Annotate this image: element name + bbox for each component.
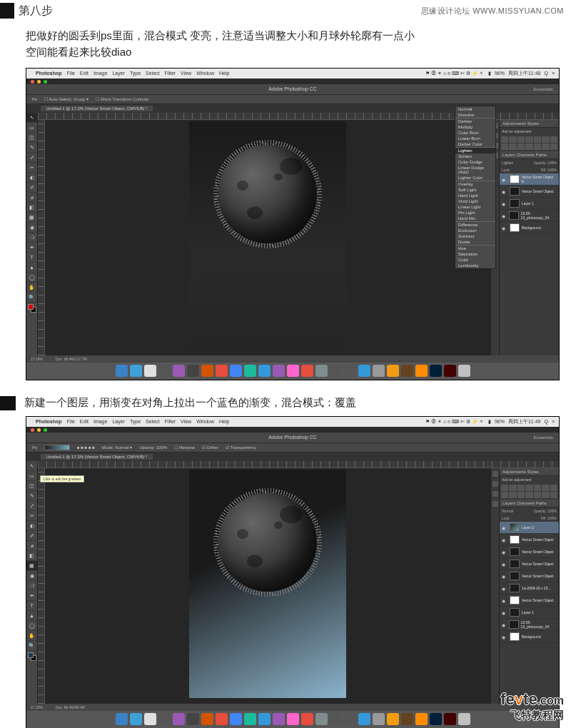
blend-mode-option[interactable]: Hard Mix: [455, 216, 495, 221]
status-icon[interactable]: ⚑ ⦿ ✶ ⌂ ⎋ ⌨ ✄ ⚙ ⚡ ᯤ: [425, 71, 485, 76]
blend-mode-option[interactable]: Subtract: [455, 233, 495, 239]
blend-mode-dropdown[interactable]: NormalDissolveDarkenMultiplyColor BurnLi…: [455, 106, 496, 269]
canvas[interactable]: [45, 468, 490, 704]
eyedropper-tool[interactable]: ✂: [26, 163, 37, 173]
dock-app-icon[interactable]: [315, 713, 328, 725]
zoom-tool[interactable]: 🔍: [26, 293, 37, 303]
blend-mode-option[interactable]: Color Burn: [455, 130, 495, 136]
dock-app-icon[interactable]: [244, 713, 256, 725]
dock-app-icon[interactable]: [173, 365, 185, 377]
ps-logo-icon[interactable]: Ps: [32, 445, 37, 450]
layers-tab[interactable]: Layers Channels Paths: [500, 151, 559, 159]
visibility-icon[interactable]: ◉: [502, 537, 507, 542]
dock-app-icon[interactable]: [315, 365, 328, 377]
dock-app-icon[interactable]: [244, 365, 256, 377]
visibility-icon[interactable]: ◉: [502, 598, 507, 602]
blend-mode-option[interactable]: Darker Color: [455, 141, 495, 147]
blend-mode-option[interactable]: Lighten: [455, 148, 495, 153]
layer-row[interactable]: ◉Background: [500, 631, 559, 643]
dock-app-icon[interactable]: [458, 365, 470, 377]
eraser-tool[interactable]: ◧: [26, 203, 37, 213]
visibility-icon[interactable]: ◉: [502, 635, 507, 639]
menu-type[interactable]: Type: [130, 71, 141, 76]
type-tool[interactable]: T: [26, 253, 37, 263]
dock-app-icon[interactable]: [330, 365, 342, 377]
layer-row[interactable]: ◉Layer 1: [500, 607, 559, 619]
menu-icon[interactable]: ≡: [552, 71, 555, 76]
dock-app-icon[interactable]: [373, 365, 385, 377]
blend-mode-option[interactable]: Linear Dodge (Add): [455, 165, 495, 175]
visibility-icon[interactable]: ◉: [502, 226, 507, 230]
layer-row[interactable]: ◉Vector Smart Object fx: [500, 173, 559, 186]
dock-app-icon[interactable]: [330, 713, 342, 725]
gradient-tool[interactable]: ▦: [26, 213, 37, 223]
dock-app-icon[interactable]: [358, 713, 370, 725]
dock-app-icon[interactable]: [287, 365, 299, 377]
visibility-icon[interactable]: ◉: [502, 189, 507, 193]
dock-app-icon[interactable]: [444, 365, 456, 377]
dock-app-icon[interactable]: [130, 365, 142, 377]
menu-view[interactable]: View: [181, 71, 191, 76]
dock-app-icon[interactable]: [201, 365, 213, 377]
blend-mode-option[interactable]: Exclusion: [455, 228, 495, 233]
dock-app-icon[interactable]: [373, 713, 385, 725]
blend-mode-option[interactable]: Saturation: [455, 251, 495, 257]
visibility-icon[interactable]: ◉: [502, 213, 507, 218]
blend-mode-option[interactable]: Dissolve: [455, 112, 495, 118]
blend-mode-option[interactable]: Vivid Light: [455, 198, 495, 204]
adjustments-grid[interactable]: [500, 135, 559, 151]
dock-app-icon[interactable]: [401, 713, 413, 725]
blend-mode-option[interactable]: Linear Light: [455, 204, 495, 210]
workspace-switcher[interactable]: Essentials: [534, 84, 553, 94]
layer-row[interactable]: ◉Layer 1: [500, 198, 559, 210]
dock-app-icon[interactable]: [116, 713, 128, 725]
dock-app-icon[interactable]: [187, 713, 199, 725]
dock-app-icon[interactable]: [444, 713, 456, 725]
layer-row[interactable]: ◉1a-2009-20 x 25...: [500, 582, 559, 595]
blend-mode-option[interactable]: Lighter Color: [455, 175, 495, 181]
blend-mode-option[interactable]: Divide: [455, 239, 495, 245]
dock-app-icon[interactable]: [258, 365, 271, 377]
shape-tool[interactable]: ◯: [26, 273, 37, 283]
brush-tool[interactable]: ✐: [26, 183, 37, 193]
gradient-tool[interactable]: ▦: [26, 561, 37, 571]
spotlight-icon[interactable]: Q: [544, 71, 547, 76]
menu-filter[interactable]: Filter: [165, 71, 176, 76]
dock-app-icon[interactable]: [401, 365, 413, 377]
layer-row[interactable]: ◉13-05-13_photocopy_04: [500, 619, 559, 631]
layer-row[interactable]: ◉Vector Smart Object: [500, 534, 559, 546]
blend-mode-option[interactable]: Linear Burn: [455, 136, 495, 141]
color-swatches[interactable]: [28, 304, 36, 313]
marquee-tool[interactable]: ▭: [26, 123, 37, 133]
layer-row[interactable]: ◉Vector Smart Object: [500, 186, 559, 198]
dock-app-icon[interactable]: [273, 365, 285, 377]
menu-photoshop[interactable]: Photoshop: [36, 71, 62, 76]
layer-row[interactable]: ◉Background: [500, 222, 559, 234]
close-button[interactable]: [31, 80, 34, 84]
heal-tool[interactable]: ◐: [26, 173, 37, 183]
lasso-tool[interactable]: ◫: [26, 133, 37, 143]
blend-mode-option[interactable]: Soft Light: [455, 187, 495, 193]
wand-tool[interactable]: ✎: [26, 143, 37, 153]
dock-app-icon[interactable]: [301, 365, 313, 377]
dock-app-icon[interactable]: [387, 713, 399, 725]
gradient-preview[interactable]: [44, 445, 70, 450]
blend-mode-option[interactable]: Hard Light: [455, 193, 495, 198]
layer-row[interactable]: ◉Vector Smart Object: [500, 546, 559, 558]
menu-file[interactable]: File: [67, 71, 75, 76]
dock-app-icon[interactable]: [201, 713, 213, 725]
blend-mode-option[interactable]: Pin Light: [455, 210, 495, 216]
dock-app-icon[interactable]: [258, 713, 271, 725]
dock-app-icon[interactable]: [415, 713, 428, 725]
blend-mode-option[interactable]: Screen: [455, 153, 495, 159]
blend-mode-option[interactable]: Normal: [455, 106, 495, 112]
menu-select[interactable]: Select: [146, 71, 159, 76]
minimize-button[interactable]: [37, 80, 41, 84]
canvas[interactable]: [45, 120, 490, 355]
dock-app-icon[interactable]: [173, 713, 185, 725]
dodge-tool[interactable]: ❍: [26, 233, 37, 243]
adjustments-tab[interactable]: Adjustments Styles: [500, 120, 559, 128]
menu-image[interactable]: Image: [94, 71, 107, 76]
ps-logo-icon[interactable]: Ps: [32, 97, 37, 101]
dock-app-icon[interactable]: [344, 713, 356, 725]
